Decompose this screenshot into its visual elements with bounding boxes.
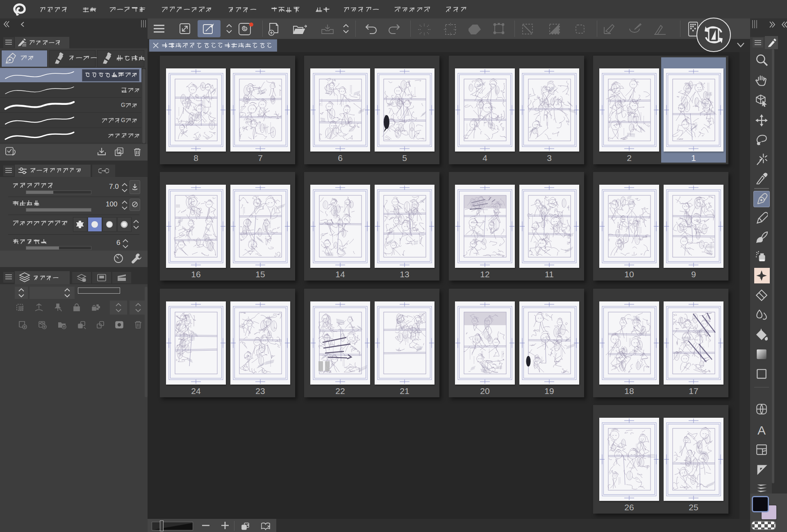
- svg-text:A: A: [757, 424, 766, 437]
- svg-text:G: G: [121, 102, 125, 108]
- svg-text:G: G: [121, 117, 125, 123]
